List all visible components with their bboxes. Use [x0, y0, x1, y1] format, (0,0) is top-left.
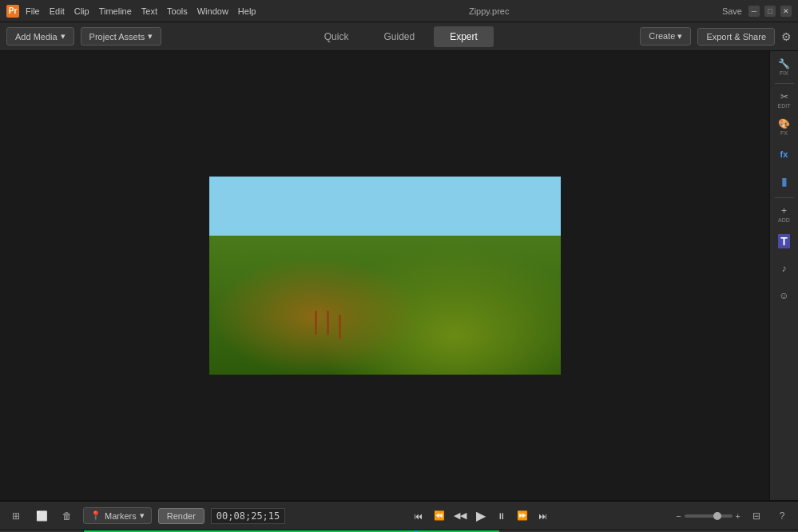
menu-text[interactable]: Text: [141, 6, 157, 16]
dropdown-arrow-icon: ▾: [677, 31, 682, 41]
tab-guided[interactable]: Guided: [367, 26, 431, 47]
mode-tabs: Quick Guided Expert: [308, 26, 494, 47]
toolbar-left: Add Media ▾ Project Assets ▾: [6, 27, 161, 46]
add-icon: +: [781, 205, 787, 216]
scissors-icon: ✂: [780, 91, 788, 102]
emoji-icon: ☺: [779, 290, 788, 301]
timeline: ⊞ ⬜ 🗑 📍 Markers ▾ Render 00;08;25;15 ⏮ ⏪…: [0, 500, 798, 532]
zoom-in-icon[interactable]: +: [736, 511, 740, 521]
create-button[interactable]: Create ▾: [640, 27, 691, 46]
text-panel-button[interactable]: T: [772, 228, 797, 254]
fix-icon: 🔧: [778, 58, 790, 69]
help-icon[interactable]: ?: [772, 506, 792, 526]
zoom-out-icon[interactable]: −: [676, 511, 681, 521]
motion-icon: ▮: [781, 175, 788, 188]
settings-icon[interactable]: ⚙: [781, 30, 792, 43]
marker-icon: 📍: [90, 510, 101, 521]
fix-panel-button[interactable]: 🔧 FIX: [772, 54, 797, 80]
playback-controls: ⏮ ⏪ ◀◀ ▶ ⏸ ⏩ ⏭: [410, 507, 552, 525]
menu-timeline[interactable]: Timeline: [99, 6, 132, 16]
menu-bar: File Edit Clip Timeline Text Tools Windo…: [26, 6, 256, 16]
menu-file[interactable]: File: [26, 6, 40, 16]
dropdown-arrow-icon: ▾: [148, 31, 153, 42]
toolbar-right: Create ▾ Export & Share ⚙: [640, 27, 792, 46]
tab-quick[interactable]: Quick: [308, 26, 365, 47]
motion-panel-button[interactable]: ▮: [772, 169, 797, 194]
titlebar: Pr File Edit Clip Timeline Text Tools Wi…: [0, 0, 798, 22]
app-icon: Pr: [6, 5, 19, 18]
toolbar: Add Media ▾ Project Assets ▾ Quick Guide…: [0, 22, 798, 51]
tab-expert[interactable]: Expert: [434, 26, 494, 47]
menu-window[interactable]: Window: [197, 6, 228, 16]
export-share-button[interactable]: Export & Share: [697, 28, 775, 46]
right-panel: 🔧 FIX ✂ EDIT 🎨 FX fx ▮ + ADD T ♪ ☺: [769, 51, 798, 500]
go-to-start-button[interactable]: ⏮: [410, 507, 427, 525]
timecode-display[interactable]: 00;08;25;15: [211, 508, 285, 524]
prev-frame-button[interactable]: ⏪: [431, 507, 448, 525]
music-icon: ♪: [782, 263, 787, 274]
delete-icon[interactable]: 🗑: [58, 506, 77, 526]
color-icon: 🎨: [778, 118, 790, 129]
main-content: 🔧 FIX ✂ EDIT 🎨 FX fx ▮ + ADD T ♪ ☺: [0, 51, 798, 500]
zoom-slider[interactable]: [685, 514, 732, 518]
timeline-settings-icon[interactable]: ⊞: [6, 506, 26, 526]
fit-tracks-icon[interactable]: ⊟: [747, 506, 766, 526]
menu-edit[interactable]: Edit: [50, 6, 65, 16]
color-panel-button[interactable]: 🎨 FX: [772, 114, 797, 140]
edit-panel-button[interactable]: ✂ EDIT: [772, 87, 797, 113]
emoji-panel-button[interactable]: ☺: [772, 283, 797, 308]
menu-clip[interactable]: Clip: [74, 6, 89, 16]
project-title: Zippy.prec: [469, 6, 510, 16]
play-button[interactable]: ▶: [472, 507, 490, 525]
effects-icon: fx: [780, 149, 788, 159]
panel-divider: [775, 83, 794, 84]
pause-button[interactable]: ⏸: [493, 507, 510, 525]
markers-button[interactable]: 📍 Markers ▾: [83, 507, 152, 524]
fit-view-icon[interactable]: ⬜: [32, 506, 51, 526]
zoom-thumb: [713, 512, 721, 520]
maximize-button[interactable]: □: [764, 6, 776, 17]
menu-tools[interactable]: Tools: [167, 6, 188, 16]
dropdown-arrow-icon: ▾: [61, 31, 66, 42]
render-button[interactable]: Render: [158, 508, 204, 524]
add-panel-button[interactable]: + ADD: [772, 201, 797, 227]
close-button[interactable]: ✕: [780, 6, 792, 17]
window-controls: ─ □ ✕: [748, 6, 792, 17]
go-to-end-button[interactable]: ⏭: [534, 507, 552, 525]
music-panel-button[interactable]: ♪: [772, 256, 797, 281]
preview-area: [0, 51, 769, 500]
save-button[interactable]: Save: [722, 6, 742, 16]
panel-divider-2: [775, 197, 794, 198]
zoom-controls: − +: [676, 511, 740, 521]
reverse-play-button[interactable]: ◀◀: [451, 507, 469, 525]
text-icon: T: [778, 234, 790, 248]
minimize-button[interactable]: ─: [748, 6, 760, 17]
menu-help[interactable]: Help: [238, 6, 256, 16]
timeline-controls: ⊞ ⬜ 🗑 📍 Markers ▾ Render 00;08;25;15 ⏮ ⏪…: [0, 502, 798, 530]
dropdown-arrow-icon: ▾: [140, 510, 145, 521]
project-assets-button[interactable]: Project Assets ▾: [81, 27, 162, 46]
add-media-button[interactable]: Add Media ▾: [6, 27, 74, 46]
next-frame-button[interactable]: ⏩: [514, 507, 531, 525]
effects-panel-button[interactable]: fx: [772, 141, 797, 167]
preview-video[interactable]: [209, 177, 561, 375]
